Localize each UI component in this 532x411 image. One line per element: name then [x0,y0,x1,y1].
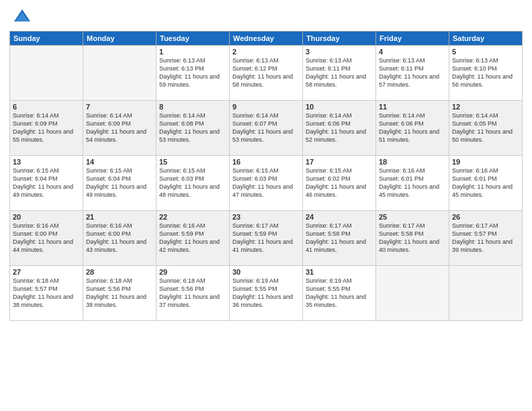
day-number: 28 [86,268,153,276]
day-info: Sunrise: 6:13 AMSunset: 6:12 PMDaylight:… [232,56,300,89]
day-info: Sunrise: 6:15 AMSunset: 6:03 PMDaylight:… [232,167,300,199]
day-number: 10 [306,103,373,111]
day-number: 13 [13,158,80,166]
day-info: Sunrise: 6:18 AMSunset: 5:56 PMDaylight:… [86,277,153,310]
day-number: 12 [452,103,519,111]
day-number: 26 [452,213,519,221]
day-info: Sunrise: 6:16 AMSunset: 6:00 PMDaylight:… [13,222,80,255]
day-info: Sunrise: 6:17 AMSunset: 5:58 PMDaylight:… [306,222,373,255]
day-number: 23 [232,213,300,221]
day-info: Sunrise: 6:16 AMSunset: 6:00 PMDaylight:… [86,222,153,255]
calendar-cell: 18Sunrise: 6:16 AMSunset: 6:01 PMDayligh… [376,156,449,211]
day-number: 18 [379,158,446,166]
calendar-cell: 29Sunrise: 6:18 AMSunset: 5:56 PMDayligh… [157,266,230,321]
day-info: Sunrise: 6:14 AMSunset: 6:05 PMDaylight:… [452,111,519,144]
day-number: 15 [159,158,226,166]
calendar-cell: 23Sunrise: 6:17 AMSunset: 5:59 PMDayligh… [230,211,303,266]
day-number: 21 [86,213,153,221]
day-info: Sunrise: 6:19 AMSunset: 5:55 PMDaylight:… [306,277,373,310]
day-info: Sunrise: 6:13 AMSunset: 6:11 PMDaylight:… [379,56,446,89]
day-number: 14 [86,158,153,166]
calendar-cell: 4Sunrise: 6:13 AMSunset: 6:11 PMDaylight… [376,46,449,101]
day-number: 27 [13,268,80,276]
day-number: 16 [232,158,300,166]
calendar-cell: 10Sunrise: 6:14 AMSunset: 6:06 PMDayligh… [303,101,376,156]
calendar-cell [376,266,449,321]
logo [9,7,32,26]
weekday-header-tuesday: Tuesday [157,32,230,46]
calendar-cell: 28Sunrise: 6:18 AMSunset: 5:56 PMDayligh… [83,266,157,321]
day-info: Sunrise: 6:15 AMSunset: 6:04 PMDaylight:… [86,167,153,199]
day-number: 24 [306,213,373,221]
calendar-cell: 27Sunrise: 6:18 AMSunset: 5:57 PMDayligh… [10,266,83,321]
calendar-cell [83,46,157,101]
day-number: 2 [232,48,300,56]
calendar-cell: 22Sunrise: 6:16 AMSunset: 5:59 PMDayligh… [157,211,230,266]
calendar-cell: 24Sunrise: 6:17 AMSunset: 5:58 PMDayligh… [303,211,376,266]
calendar-cell: 11Sunrise: 6:14 AMSunset: 6:06 PMDayligh… [376,101,449,156]
day-number: 7 [86,103,153,111]
calendar-cell [449,266,523,321]
day-info: Sunrise: 6:14 AMSunset: 6:06 PMDaylight:… [306,111,373,144]
weekday-header-monday: Monday [83,32,157,46]
day-number: 31 [306,268,373,276]
day-info: Sunrise: 6:14 AMSunset: 6:07 PMDaylight:… [232,111,300,144]
day-number: 19 [452,158,519,166]
calendar-cell: 12Sunrise: 6:14 AMSunset: 6:05 PMDayligh… [449,101,523,156]
calendar-cell: 17Sunrise: 6:15 AMSunset: 6:02 PMDayligh… [303,156,376,211]
day-info: Sunrise: 6:17 AMSunset: 5:58 PMDaylight:… [379,222,446,255]
day-info: Sunrise: 6:14 AMSunset: 6:08 PMDaylight:… [159,111,226,144]
calendar-cell: 9Sunrise: 6:14 AMSunset: 6:07 PMDaylight… [230,101,303,156]
day-number: 20 [13,213,80,221]
day-number: 29 [159,268,226,276]
calendar-cell: 1Sunrise: 6:13 AMSunset: 6:13 PMDaylight… [157,46,230,101]
day-number: 22 [159,213,226,221]
day-info: Sunrise: 6:17 AMSunset: 5:57 PMDaylight:… [452,222,519,255]
calendar-cell: 2Sunrise: 6:13 AMSunset: 6:12 PMDaylight… [230,46,303,101]
calendar-cell: 3Sunrise: 6:13 AMSunset: 6:11 PMDaylight… [303,46,376,101]
day-number: 4 [379,48,446,56]
calendar-cell: 20Sunrise: 6:16 AMSunset: 6:00 PMDayligh… [10,211,83,266]
day-number: 17 [306,158,373,166]
day-info: Sunrise: 6:14 AMSunset: 6:06 PMDaylight:… [379,111,446,144]
calendar-cell: 16Sunrise: 6:15 AMSunset: 6:03 PMDayligh… [230,156,303,211]
calendar-cell: 31Sunrise: 6:19 AMSunset: 5:55 PMDayligh… [303,266,376,321]
calendar-cell: 15Sunrise: 6:15 AMSunset: 6:03 PMDayligh… [157,156,230,211]
day-info: Sunrise: 6:13 AMSunset: 6:13 PMDaylight:… [159,56,226,89]
calendar-cell: 30Sunrise: 6:19 AMSunset: 5:55 PMDayligh… [230,266,303,321]
calendar-cell [10,46,83,101]
day-info: Sunrise: 6:14 AMSunset: 6:09 PMDaylight:… [86,111,153,144]
day-info: Sunrise: 6:17 AMSunset: 5:59 PMDaylight:… [232,222,300,255]
day-number: 30 [232,268,300,276]
day-number: 6 [13,103,80,111]
page: SundayMondayTuesdayWednesdayThursdayFrid… [0,0,532,411]
day-info: Sunrise: 6:13 AMSunset: 6:10 PMDaylight:… [452,56,519,89]
header [9,7,523,26]
day-info: Sunrise: 6:13 AMSunset: 6:11 PMDaylight:… [306,56,373,89]
day-info: Sunrise: 6:16 AMSunset: 6:01 PMDaylight:… [379,167,446,199]
calendar-cell: 26Sunrise: 6:17 AMSunset: 5:57 PMDayligh… [449,211,523,266]
day-number: 5 [452,48,519,56]
day-number: 9 [232,103,300,111]
day-info: Sunrise: 6:16 AMSunset: 6:01 PMDaylight:… [452,167,519,199]
calendar-cell: 25Sunrise: 6:17 AMSunset: 5:58 PMDayligh… [376,211,449,266]
calendar-cell: 13Sunrise: 6:15 AMSunset: 6:04 PMDayligh… [10,156,83,211]
day-number: 1 [159,48,226,56]
calendar-cell: 21Sunrise: 6:16 AMSunset: 6:00 PMDayligh… [83,211,157,266]
day-number: 11 [379,103,446,111]
day-number: 25 [379,213,446,221]
weekday-header-thursday: Thursday [303,32,376,46]
day-number: 3 [306,48,373,56]
day-info: Sunrise: 6:16 AMSunset: 5:59 PMDaylight:… [159,222,226,255]
logo-icon [13,7,32,26]
day-info: Sunrise: 6:15 AMSunset: 6:02 PMDaylight:… [306,167,373,199]
day-info: Sunrise: 6:19 AMSunset: 5:55 PMDaylight:… [232,277,300,310]
day-info: Sunrise: 6:18 AMSunset: 5:57 PMDaylight:… [13,277,80,310]
calendar-cell: 5Sunrise: 6:13 AMSunset: 6:10 PMDaylight… [449,46,523,101]
weekday-header-saturday: Saturday [449,32,523,46]
day-info: Sunrise: 6:14 AMSunset: 6:09 PMDaylight:… [13,111,80,144]
weekday-header-friday: Friday [376,32,449,46]
calendar-cell: 14Sunrise: 6:15 AMSunset: 6:04 PMDayligh… [83,156,157,211]
calendar-cell: 7Sunrise: 6:14 AMSunset: 6:09 PMDaylight… [83,101,157,156]
day-info: Sunrise: 6:18 AMSunset: 5:56 PMDaylight:… [159,277,226,310]
